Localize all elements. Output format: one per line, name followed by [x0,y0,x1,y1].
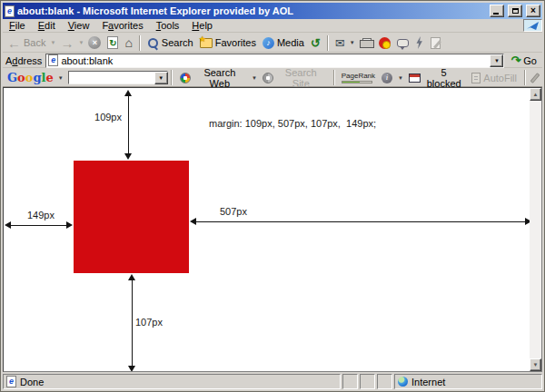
highlighter-icon [530,73,540,83]
menu-item-file[interactable]: File [3,19,32,32]
menu-item-edit[interactable]: Edit [32,19,62,32]
refresh-icon: ↻ [107,36,118,49]
google-toolbar: Google ▼ ▼ Search Web ▼ Search Site Page… [3,69,542,87]
messaging-button[interactable] [412,35,427,50]
menu-item-favorites[interactable]: Favorites [95,19,149,32]
top-margin-arrow [124,90,133,160]
autofill-button[interactable]: AutoFill [469,72,520,84]
forward-arrow-icon: → [60,36,74,50]
address-dropdown[interactable]: ▼ [490,54,503,67]
mail-icon: ✉ [335,37,345,49]
top-margin-label: 109px [71,112,122,122]
menu-label: ile [15,20,25,31]
search-web-dropdown[interactable]: ▼ [251,75,258,81]
arrow-line [128,94,129,155]
media-button[interactable]: ♪ Media [260,36,307,50]
google-logo-letter: g [33,71,41,84]
favorites-button[interactable]: Favorites [197,36,259,49]
vertical-scrollbar[interactable]: ▲ ▼ [530,88,541,371]
search-site-icon [263,73,273,83]
menu-label: vorites [114,20,143,31]
google-ball-icon [180,73,191,83]
menu-label: ools [161,20,179,31]
arrow-line [9,225,68,226]
lightning-icon [415,36,424,49]
close-icon: × [530,6,536,15]
menu-item-view[interactable]: View [62,19,96,32]
standard-toolbar: ← Back ▼ → ▼ × ↻ ⌂ Search Favorites ♪ Me… [3,34,542,53]
mail-button[interactable]: ✉ [332,36,348,50]
go-button[interactable]: ↷ Go [508,54,540,66]
google-logo-letter: G [7,71,17,84]
print-icon [360,38,372,48]
address-label: Address [5,55,42,66]
forward-button[interactable]: → [57,35,76,51]
back-dropdown[interactable]: ▼ [49,40,56,45]
popup-blocker-button[interactable]: 5 blocked [406,66,467,90]
aol-logo [523,19,542,32]
favorites-icon [200,38,213,48]
menu-item-help[interactable]: Help [185,19,219,32]
edit-button[interactable] [428,36,443,50]
address-label-part: dress [17,55,42,66]
google-logo-button[interactable]: Google [5,71,55,84]
google-logo-letter: e [46,71,54,84]
menu-accel: F [9,20,15,31]
refresh-button[interactable]: ↻ [104,35,121,50]
search-web-button[interactable]: Search Web [177,66,249,90]
print-button[interactable] [357,37,375,49]
home-button[interactable]: ⌂ [122,35,134,50]
restore-button[interactable] [508,5,522,17]
menu-label: dit [45,20,55,31]
toolbar-separator [171,70,173,85]
forward-dropdown[interactable]: ▼ [77,40,84,45]
arrow-head-icon [128,366,135,371]
google-logo-dropdown[interactable]: ▼ [57,75,64,81]
menu-accel: V [68,20,74,31]
pagerank-indicator[interactable]: PageRank [340,73,377,83]
go-label: Go [523,55,537,66]
red-box [74,161,189,273]
zone-label: Internet [411,377,445,387]
history-icon: ↺ [311,37,321,49]
page-content: 109px 149px 507px 107px margin: 109px, 5… [4,88,530,371]
google-search-dropdown[interactable]: ▼ [154,72,168,84]
page-info-dropdown[interactable]: ▼ [397,75,404,81]
back-button[interactable]: ← Back [5,35,48,51]
left-margin-label: 149px [27,210,54,220]
browser-window: e about:blank - Microsoft Internet Explo… [0,0,545,392]
menu-item-tools[interactable]: Tools [150,19,186,32]
minimize-button[interactable] [490,5,504,17]
back-label: Back [24,37,45,48]
right-margin-label: 507px [220,206,247,217]
status-pane: e Done [3,374,341,389]
scroll-down-button[interactable]: ▼ [530,358,541,371]
page-icon: e [48,54,58,66]
google-logo-letter: o [17,71,25,84]
search-site-label: Search Site [276,67,326,89]
status-pane-empty [342,374,358,389]
back-arrow-icon: ← [7,36,21,50]
title-bar: e about:blank - Microsoft Internet Explo… [3,3,542,19]
google-search-input[interactable] [68,71,168,84]
browser-viewport: 109px 149px 507px 107px margin: 109px, 5… [3,87,542,372]
scroll-up-button[interactable]: ▲ [530,88,541,101]
page-info-button[interactable]: i [379,72,395,84]
arrow-head-icon [66,221,73,229]
messenger-button[interactable] [376,36,393,50]
close-button[interactable]: × [526,5,540,17]
toolbar-separator [333,70,335,85]
history-button[interactable]: ↺ [308,36,323,50]
search-button[interactable]: Search [144,36,196,50]
search-site-button[interactable]: Search Site [260,66,329,90]
edit-icon [431,37,441,49]
status-text: Done [20,377,44,387]
mail-dropdown[interactable]: ▼ [349,40,356,45]
stop-button[interactable]: × [85,35,104,50]
restore-icon [512,8,519,14]
info-icon: i [382,73,392,83]
menu-label: elp [199,20,213,31]
discuss-button[interactable] [394,38,411,48]
highlight-button[interactable] [530,72,540,84]
stop-icon: × [88,36,101,49]
